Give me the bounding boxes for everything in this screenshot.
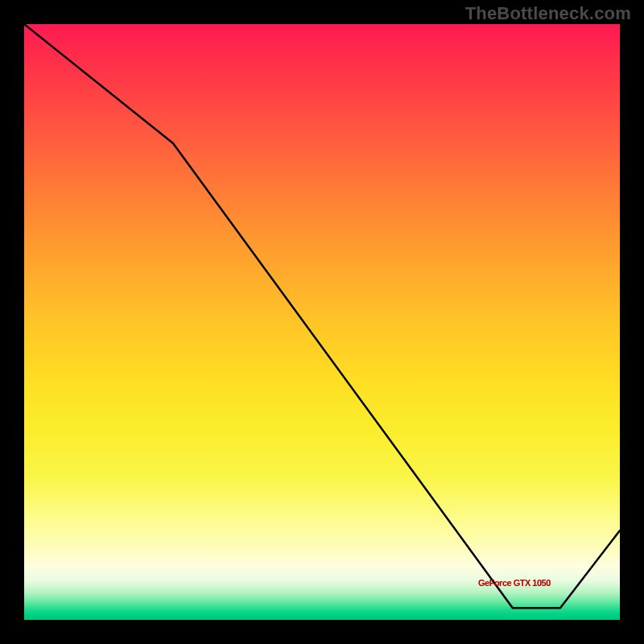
line-curve [24, 24, 620, 620]
watermark-text: TheBottleneck.com [465, 3, 631, 24]
series-label: GeForce GTX 1050 [478, 578, 551, 588]
chart-stage: TheBottleneck.com GeForce GTX 1050 [0, 0, 644, 644]
plot-area: GeForce GTX 1050 [24, 24, 620, 620]
